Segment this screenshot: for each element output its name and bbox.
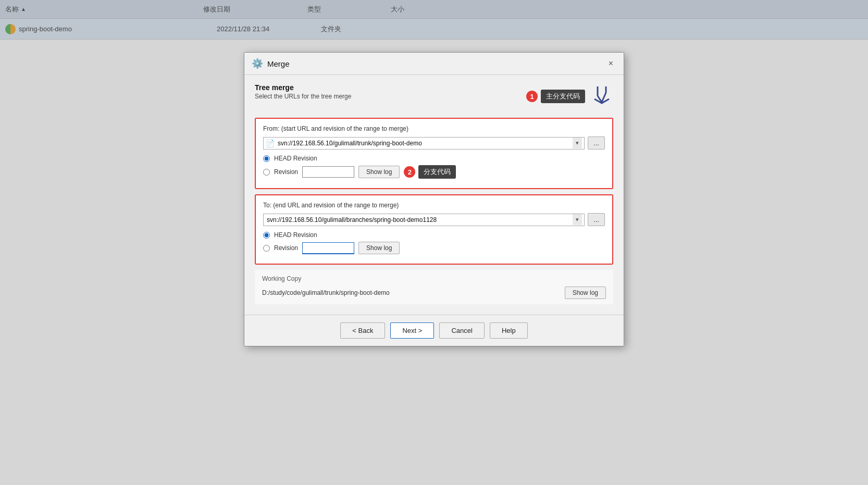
from-revision-input[interactable]: [302, 166, 354, 178]
back-button[interactable]: < Back: [340, 322, 385, 339]
badge-1-group: 1 主分支代码: [526, 90, 585, 103]
from-show-log-button[interactable]: Show log: [358, 166, 400, 178]
to-url-dropdown-button[interactable]: ▾: [573, 214, 582, 225]
to-revision-row: Revision Show log: [263, 242, 605, 254]
to-revision-radio[interactable]: [263, 245, 270, 252]
section-title-block: Tree merge Select the URLs for the tree …: [255, 83, 351, 100]
merge-dialog: ⚙️ Merge × Tree merge Select the URLs fo…: [244, 52, 624, 346]
to-head-revision-label: HEAD Revision: [274, 231, 317, 239]
dialog-titlebar: ⚙️ Merge ×: [244, 53, 624, 75]
from-revision-label: Revision: [274, 168, 298, 176]
section-title: Tree merge: [255, 83, 351, 92]
dialog-footer: < Back Next > Cancel Help: [244, 315, 624, 346]
section-header: Tree merge Select the URLs for the tree …: [255, 83, 613, 109]
from-head-revision-row: HEAD Revision: [263, 155, 605, 162]
badge-2-label: 分支代码: [418, 165, 456, 179]
dialog-title: ⚙️ Merge: [252, 58, 290, 69]
from-revision-radio[interactable]: [263, 169, 270, 176]
close-button[interactable]: ×: [605, 58, 616, 69]
working-copy-section: Working Copy D:/study/code/gulimall/trun…: [255, 270, 613, 304]
badge-1-label: 主分支代码: [541, 90, 585, 103]
to-revision-label: Revision: [274, 244, 298, 252]
from-url-wrapper: 📄 ▾: [263, 137, 585, 150]
from-url-row: 📄 ▾ ...: [263, 136, 605, 150]
to-show-log-button[interactable]: Show log: [358, 242, 400, 254]
badge-2-circle: 2: [404, 166, 415, 178]
to-url-input[interactable]: [266, 214, 573, 226]
from-section: From: (start URL and revision of the ran…: [255, 118, 613, 189]
to-section: To: (end URL and revision of the range t…: [255, 194, 613, 265]
to-url-row: ▾ ...: [263, 213, 605, 226]
to-head-revision-radio[interactable]: [263, 232, 270, 239]
from-url-input[interactable]: [277, 138, 573, 149]
working-copy-path: D:/study/code/gulimall/trunk/spring-boot…: [262, 289, 390, 296]
badge-1-circle: 1: [526, 91, 538, 102]
to-url-wrapper: ▾: [263, 214, 585, 226]
from-head-revision-radio[interactable]: [263, 155, 270, 162]
merge-icon: ⚙️: [252, 58, 263, 69]
header-right: 1 主分支代码: [526, 83, 613, 109]
from-head-revision-label: HEAD Revision: [274, 155, 317, 162]
from-browse-button[interactable]: ...: [588, 136, 605, 150]
help-button[interactable]: Help: [490, 322, 528, 339]
to-section-label: To: (end URL and revision of the range t…: [263, 202, 605, 209]
from-url-dropdown-button[interactable]: ▾: [573, 138, 582, 148]
to-browse-button[interactable]: ...: [588, 213, 605, 226]
working-copy-label: Working Copy: [262, 275, 606, 282]
doc-icon: 📄: [266, 139, 275, 147]
section-subtitle: Select the URLs for the tree merge: [255, 93, 351, 100]
cancel-button[interactable]: Cancel: [439, 322, 484, 339]
svn-merge-arrow-icon: [590, 83, 613, 109]
to-head-revision-row: HEAD Revision: [263, 231, 605, 239]
next-button[interactable]: Next >: [390, 322, 434, 339]
to-revision-input[interactable]: [302, 242, 354, 254]
working-copy-row: D:/study/code/gulimall/trunk/spring-boot…: [262, 287, 606, 299]
from-section-label: From: (start URL and revision of the ran…: [263, 125, 605, 132]
from-revision-row: Revision Show log 2 分支代码: [263, 165, 605, 179]
badge-2-group: 2 分支代码: [404, 165, 456, 179]
dialog-body: Tree merge Select the URLs for the tree …: [244, 75, 624, 315]
working-copy-show-log-button[interactable]: Show log: [565, 287, 606, 299]
